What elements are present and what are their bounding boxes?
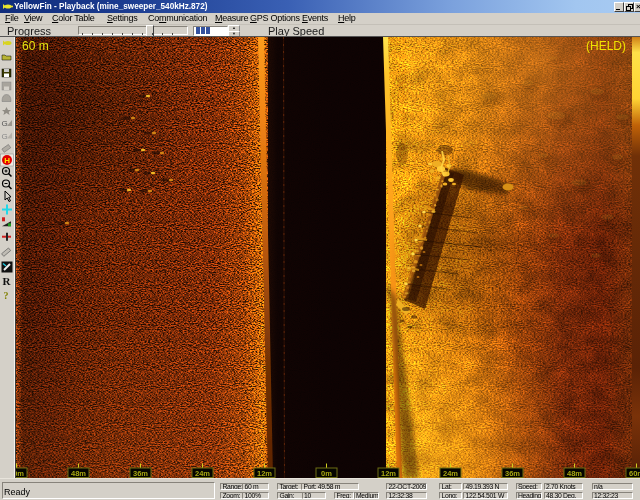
svg-text:60m: 60m [16,469,24,478]
svg-text:(HELD): (HELD) [586,39,626,53]
svg-text:24m: 24m [443,469,458,478]
svg-text:24m: 24m [195,469,210,478]
svg-text:60m: 60m [629,469,640,478]
svg-text:36m: 36m [505,469,520,478]
svg-text:60 m: 60 m [22,39,49,53]
svg-text:48m: 48m [71,469,86,478]
svg-text:G: G [2,119,8,128]
svg-text:R: R [3,275,12,287]
svg-text:36m: 36m [133,469,148,478]
svg-text:48m: 48m [567,469,582,478]
svg-text:H: H [4,156,10,165]
svg-text:G: G [2,132,8,141]
svg-text:12m: 12m [257,469,272,478]
svg-text:12m: 12m [381,469,396,478]
svg-text:?: ? [4,290,9,301]
svg-text:0m: 0m [321,469,332,478]
